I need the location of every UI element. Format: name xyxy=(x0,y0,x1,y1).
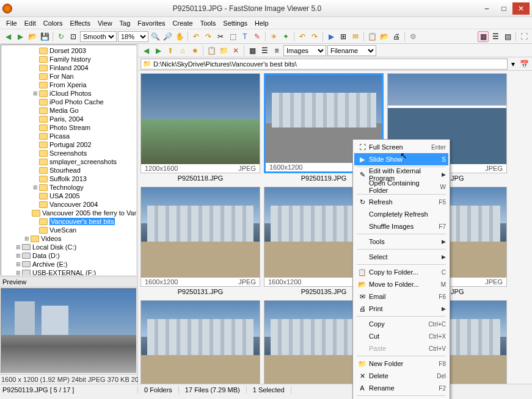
viewmode3-icon[interactable]: ≡ xyxy=(271,45,282,56)
nav-fwd-icon[interactable]: ▶ xyxy=(15,31,26,42)
tree-item[interactable]: smplayer_screenshots xyxy=(2,157,135,166)
tree-item[interactable]: Vancouver's best bits xyxy=(2,217,135,226)
expand-icon[interactable]: ⊞ xyxy=(15,261,22,267)
tree-item[interactable]: ⊞Videos xyxy=(2,234,135,243)
rotate-right-icon[interactable]: ↷ xyxy=(203,31,214,42)
resize-icon[interactable]: ⬚ xyxy=(227,31,238,42)
menu-view[interactable]: View xyxy=(94,18,116,28)
hand-icon[interactable]: ✋ xyxy=(174,31,185,42)
tree-item[interactable]: VueScan xyxy=(2,226,135,234)
text-icon[interactable]: T xyxy=(239,31,250,42)
tree-item[interactable]: Portugal 2002 xyxy=(2,140,135,149)
tree-item[interactable]: Vancouver 2005 the ferry to Vancouver xyxy=(2,209,135,217)
tree-item[interactable]: From Xperia xyxy=(2,81,135,89)
fav-icon[interactable]: ★ xyxy=(189,45,200,56)
tree-item[interactable]: ⊞Archive (E:) xyxy=(2,260,135,268)
rotate-left-icon[interactable]: ↶ xyxy=(191,31,202,42)
menu-help[interactable]: Help xyxy=(251,18,272,28)
color-icon[interactable]: ☀ xyxy=(268,31,279,42)
copy-icon[interactable]: 📋 xyxy=(206,45,217,56)
context-delete[interactable]: ✕DeleteDel xyxy=(354,370,448,382)
zoom-fit-icon[interactable]: ⊡ xyxy=(68,31,79,42)
delete-icon[interactable]: ✕ xyxy=(230,45,241,56)
zoom-in-icon[interactable]: 🔍 xyxy=(150,31,161,42)
draw-icon[interactable]: ✎ xyxy=(252,31,263,42)
compare-icon[interactable]: ⊞ xyxy=(338,31,349,42)
view-thumb-icon[interactable]: ▦ xyxy=(478,31,489,42)
tree-item[interactable]: Family history xyxy=(2,55,135,63)
fwd-icon[interactable]: ▶ xyxy=(153,45,164,56)
view-detail-icon[interactable]: ▤ xyxy=(502,31,513,42)
context-edit-with-external-program[interactable]: ✎Edit with External Program▶ xyxy=(354,168,448,181)
menu-colors[interactable]: Colors xyxy=(40,18,67,28)
expand-icon[interactable]: ⊞ xyxy=(15,244,22,250)
context-open-containing-folder[interactable]: Open Containing FolderW xyxy=(354,181,448,193)
home-icon[interactable]: ⌂ xyxy=(177,45,188,56)
close-button[interactable]: ✕ xyxy=(512,2,530,15)
move-to-icon[interactable]: 📂 xyxy=(379,31,390,42)
expand-icon[interactable]: ⊞ xyxy=(15,270,22,276)
context-email[interactable]: ✉EmailF6 xyxy=(354,290,448,303)
tree-item[interactable]: ⊞Data (D:) xyxy=(2,251,135,260)
tree-item[interactable]: Suffolk 2013 xyxy=(2,174,135,183)
tree-item[interactable]: iPod Photo Cache xyxy=(2,98,135,106)
refresh-icon[interactable]: ↻ xyxy=(56,31,67,42)
smooth-select[interactable]: Smooth xyxy=(80,31,117,42)
slideshow-icon[interactable]: ▶ xyxy=(326,31,337,42)
context-print[interactable]: 🖨Print▶ xyxy=(354,303,448,315)
zoom-select[interactable]: 18% xyxy=(118,31,148,42)
menu-tools[interactable]: Tools xyxy=(197,18,220,28)
context-copy[interactable]: CopyCtrl+C xyxy=(354,318,448,330)
context-cut[interactable]: CutCtrl+X xyxy=(354,330,448,342)
tree-item[interactable]: Screenshots xyxy=(2,149,135,157)
save-icon[interactable]: 💾 xyxy=(39,31,50,42)
menu-effects[interactable]: Effects xyxy=(67,18,94,28)
menu-tag[interactable]: Tag xyxy=(116,18,134,28)
tree-item[interactable]: Paris, 2004 xyxy=(2,115,135,123)
tree-item[interactable]: Media Go xyxy=(2,106,135,115)
maximize-button[interactable]: □ xyxy=(495,2,512,15)
copy-to-icon[interactable]: 📋 xyxy=(366,31,377,42)
crop-icon[interactable]: ✂ xyxy=(215,31,226,42)
expand-icon[interactable]: ⊞ xyxy=(15,253,22,259)
tree-item[interactable]: Vancouver 2004 xyxy=(2,200,135,209)
tree-item[interactable]: Finland 2004 xyxy=(2,63,135,72)
context-move-to-folder-[interactable]: 📂Move to Folder...M xyxy=(354,278,448,290)
move-icon[interactable]: 📁 xyxy=(218,45,229,56)
tree-item[interactable]: ⊞USB-EXTERNAL (F:) xyxy=(2,268,135,276)
email-icon[interactable]: ✉ xyxy=(350,31,361,42)
tree-item[interactable]: ⊞Technology xyxy=(2,183,135,192)
view-list-icon[interactable]: ☰ xyxy=(490,31,501,42)
tree-item[interactable]: Picasa xyxy=(2,132,135,140)
tree-item[interactable]: ⊞Local Disk (C:) xyxy=(2,243,135,251)
context-copy-to-folder-[interactable]: 📋Copy to Folder...C xyxy=(354,266,448,278)
filter-select[interactable]: Images xyxy=(283,45,326,56)
expand-icon[interactable]: ⊞ xyxy=(32,184,39,190)
path-dropdown-icon[interactable]: ▾ xyxy=(508,59,519,70)
tree-item[interactable]: Dorset 2003 xyxy=(2,46,135,55)
settings-icon[interactable]: ⚙ xyxy=(407,31,418,42)
context-rename[interactable]: ARenameF2 xyxy=(354,382,448,394)
menu-edit[interactable]: Edit xyxy=(21,18,40,28)
calendar-icon[interactable]: 📅 xyxy=(519,59,530,70)
context-tools[interactable]: Tools▶ xyxy=(354,235,448,248)
back-icon[interactable]: ◀ xyxy=(140,45,151,56)
zoom-out-icon[interactable]: 🔎 xyxy=(162,31,173,42)
nav-back-icon[interactable]: ◀ xyxy=(2,31,13,42)
thumbnail[interactable]: 1600x1200JPEG xyxy=(140,187,260,287)
print-icon[interactable]: 🖨 xyxy=(391,31,402,42)
sort-select[interactable]: Filename xyxy=(327,45,376,56)
menu-file[interactable]: File xyxy=(2,18,21,28)
tree-item[interactable]: USA 2005 xyxy=(2,192,135,200)
thumbnail[interactable]: 1600x1200JPEG xyxy=(140,300,260,384)
context-completely-refresh[interactable]: Completely Refresh xyxy=(354,208,448,220)
fullscreen-icon[interactable]: ⛶ xyxy=(519,31,530,42)
context-refresh[interactable]: ↻RefreshF5 xyxy=(354,196,448,208)
path-input[interactable]: 📁 D:\Nick\SkyDrive\Pictures\Vancouver's … xyxy=(140,59,508,70)
menu-create[interactable]: Create xyxy=(169,18,197,28)
folder-tree[interactable]: Dorset 2003Family historyFinland 2004For… xyxy=(1,45,137,276)
menu-settings[interactable]: Settings xyxy=(219,18,251,28)
redo-icon[interactable]: ↷ xyxy=(309,31,320,42)
expand-icon[interactable]: ⊞ xyxy=(23,235,31,242)
effects-icon[interactable]: ✦ xyxy=(280,31,291,42)
